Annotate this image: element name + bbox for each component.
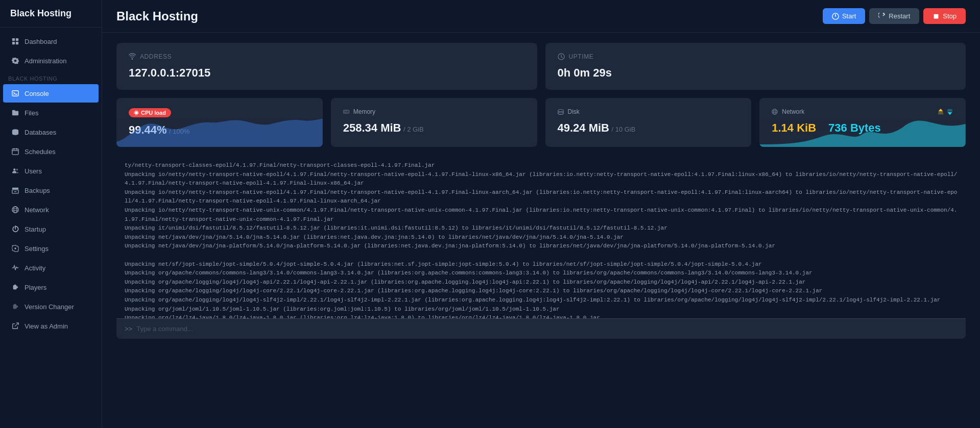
sidebar-item-activity[interactable]: Activity [3,259,99,277]
sidebar-item-databases[interactable]: Databases [3,123,99,141]
svg-point-17 [14,207,17,213]
cpu-card: CPU load 99.44% / 100% [116,98,323,147]
sidebar-item-label: Files [25,109,38,117]
page-header: Black Hosting Start Restart Stop [102,0,980,33]
cpu-chart [116,116,323,147]
clock-icon [558,53,565,60]
sidebar-item-users[interactable]: Users [3,162,99,180]
network-icon [772,109,778,115]
sidebar-item-settings[interactable]: Settings [3,239,99,258]
svg-point-32 [774,109,776,115]
external-link-icon [11,322,19,330]
globe-icon [11,206,19,214]
archive-icon [11,186,19,194]
power-icon [11,225,19,233]
sidebar-item-view-as-admin[interactable]: View as Admin [3,317,99,335]
settings-icon [11,57,19,65]
console-card: ty/netty-transport-classes-epoll/4.1.97.… [116,155,966,339]
disk-value: 49.24 MiB [558,121,610,134]
network-icons [937,108,953,115]
disk-card: Disk 49.24 MiB / 10 GiB [545,98,752,147]
sidebar-item-dashboard[interactable]: Dashboard [3,32,99,51]
puzzle-icon [11,283,19,291]
sidebar-item-label: Settings [25,245,49,253]
sidebar-item-label: Administration [25,57,66,65]
memory-value-row: 258.34 MiB / 2 GiB [343,121,525,135]
uptime-label: Uptime [558,53,954,60]
svg-rect-3 [16,42,18,44]
svg-point-11 [13,168,15,170]
svg-rect-25 [344,110,349,113]
svg-point-30 [558,110,563,112]
memory-card: Memory 258.34 MiB / 2 GiB [331,98,537,147]
activity-icon [11,264,19,272]
disk-icon [558,109,564,115]
uptime-card: Uptime 0h 0m 29s [545,43,966,90]
console-input-row: >> [116,318,966,339]
cpu-icon [134,110,139,115]
sidebar-item-label: Startup [25,225,46,233]
memory-value: 258.34 MiB [343,121,401,134]
page-title: Black Hosting [116,9,198,23]
network-label: Network [772,108,953,115]
svg-point-31 [772,109,778,115]
main-content: Black Hosting Start Restart Stop Addres [102,0,980,428]
sidebar-item-administration[interactable]: Administration [3,52,99,70]
svg-rect-7 [12,149,18,155]
header-actions: Start Restart Stop [823,8,966,24]
stats-row: CPU load 99.44% / 100% Memory [116,98,966,147]
sidebar: Black Hosting Dashboard Administration B… [0,0,102,428]
sidebar-item-label: Schedules [25,148,56,156]
console-prompt-icon: >> [125,325,132,333]
network-chart [759,116,966,147]
console-output: ty/netty-transport-classes-epoll/4.1.97.… [116,155,966,318]
sidebar-item-label: View as Admin [25,322,68,330]
console-input[interactable] [136,325,958,333]
uptime-value: 0h 0m 29s [558,66,954,80]
svg-rect-2 [12,42,15,44]
sidebar-item-console[interactable]: Console [3,84,99,103]
info-row: Address 127.0.0.1:27015 Uptime 0h 0m 29s [116,43,966,90]
disk-sub: / 10 GiB [611,125,635,133]
sidebar-item-backups[interactable]: Backups [3,181,99,199]
svg-rect-0 [12,38,15,41]
sidebar-item-label: Network [25,206,49,214]
sidebar-logo: Black Hosting [0,0,102,28]
svg-rect-1 [16,38,18,41]
sidebar-item-schedules[interactable]: Schedules [3,142,99,161]
wifi-icon [129,53,136,60]
stop-button[interactable]: Stop [923,8,966,24]
address-value: 127.0.0.1:27015 [129,66,525,80]
sidebar-item-version-changer[interactable]: Version Changer [3,297,99,316]
sidebar-item-label: Console [25,90,49,97]
start-button[interactable]: Start [823,8,865,24]
sidebar-item-startup[interactable]: Startup [3,220,99,238]
address-label: Address [129,53,525,60]
calendar-icon [11,147,19,156]
sidebar-item-players[interactable]: Players [3,278,99,296]
gear-icon [11,244,19,253]
memory-sub: / 2 GiB [403,125,424,133]
sidebar-item-label: Players [25,284,46,291]
folder-icon [11,109,19,117]
restart-icon [878,13,886,20]
sidebar-item-label: Dashboard [25,38,57,45]
sidebar-item-files[interactable]: Files [3,104,99,122]
sidebar-item-network[interactable]: Network [3,200,99,219]
memory-icon [343,109,349,115]
version-icon [11,303,19,311]
terminal-icon [11,89,19,97]
disk-label: Disk [558,108,739,115]
memory-label: Memory [343,108,525,115]
database-icon [11,128,19,136]
svg-rect-13 [12,188,18,190]
svg-point-12 [16,169,18,171]
restart-button[interactable]: Restart [869,8,919,24]
svg-rect-22 [934,14,939,18]
upload-icon [937,108,944,115]
grid-icon [11,37,19,45]
address-card: Address 127.0.0.1:27015 [116,43,537,90]
sidebar-item-label: Databases [25,129,56,136]
svg-rect-24 [135,112,138,114]
network-card: Network 1.14 KiB 736 Bytes [759,98,966,147]
